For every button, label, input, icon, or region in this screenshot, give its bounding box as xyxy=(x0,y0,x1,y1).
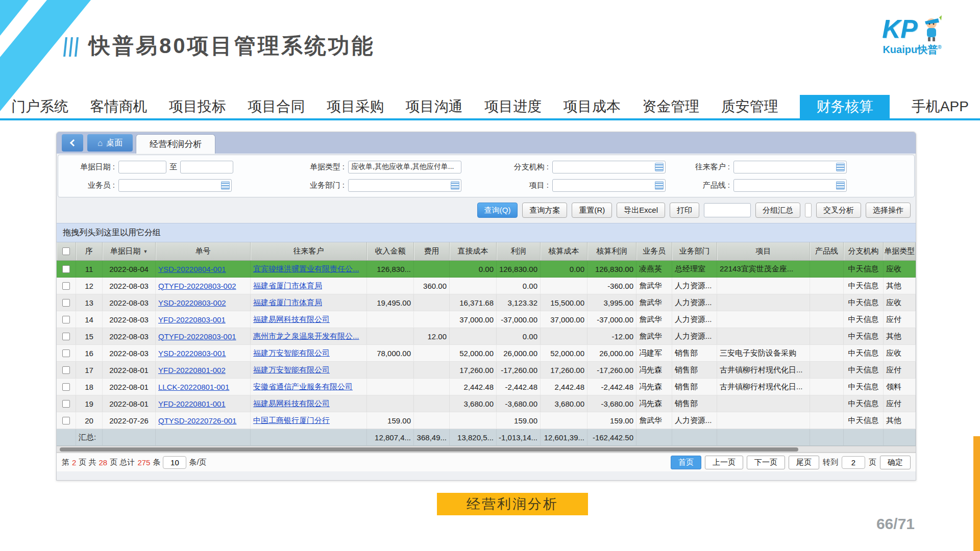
back-button[interactable] xyxy=(62,134,83,152)
nav-item-1[interactable]: 门户系统 xyxy=(11,97,68,116)
list-lookup-icon[interactable] xyxy=(221,181,230,190)
customer-link[interactable]: 安徽省通信产业服务有限公司 xyxy=(253,382,353,392)
row-checkbox[interactable] xyxy=(62,333,70,340)
table-row-18[interactable]: 182022-08-01LLCK-20220801-001安徽省通信产业服务有限… xyxy=(57,379,916,395)
customer-link[interactable]: 福建易网科技有限公司 xyxy=(253,399,330,409)
table-row-20[interactable]: 202022-07-26QTYSD-20220726-001中国工商银行厦门分行… xyxy=(57,412,916,429)
table-row-14[interactable]: 142022-08-03YFD-20220803-001福建易网科技有限公司37… xyxy=(57,311,916,328)
col-header-fee[interactable]: 费用 xyxy=(414,242,450,260)
nav-item-12[interactable]: 手机APP xyxy=(912,97,969,116)
nav-item-4[interactable]: 项目合同 xyxy=(248,97,305,116)
col-header-acct_cost[interactable]: 核算成本 xyxy=(541,242,587,260)
filter-doc-date-from-input[interactable] xyxy=(118,161,166,173)
customer-link[interactable]: 中国工商银行厦门分行 xyxy=(253,416,330,425)
select-all-checkbox[interactable] xyxy=(62,247,70,255)
docno-link[interactable]: YFD-20220801-002 xyxy=(158,366,226,374)
page-next-button[interactable]: 下一页 xyxy=(747,456,785,469)
col-header-income[interactable]: 收入金额 xyxy=(367,242,414,260)
horizontal-scrollbar[interactable] xyxy=(57,446,916,453)
row-checkbox[interactable] xyxy=(62,383,70,391)
confirm-button[interactable]: 确定 xyxy=(880,456,911,469)
nav-item-6[interactable]: 项目沟通 xyxy=(406,97,463,116)
page-prev-button[interactable]: 上一页 xyxy=(705,456,743,469)
table-row-15[interactable]: 152022-08-03QTYFD-20220803-001惠州市龙之泉温泉开发… xyxy=(57,328,916,345)
filter-customer-input[interactable] xyxy=(733,161,847,173)
list-lookup-icon[interactable] xyxy=(451,181,459,190)
nav-item-3[interactable]: 项目投标 xyxy=(169,97,226,116)
toolbar-blank-input[interactable] xyxy=(704,203,751,217)
nav-item-7[interactable]: 项目进度 xyxy=(484,97,542,116)
list-lookup-icon[interactable] xyxy=(655,163,664,171)
query-button[interactable]: 查询(Q) xyxy=(477,203,518,218)
select-action-button[interactable]: 选择操作 xyxy=(866,203,911,218)
customer-link[interactable]: 惠州市龙之泉温泉开发有限公... xyxy=(253,332,359,341)
docno-link[interactable]: QTYFD-20220803-002 xyxy=(158,282,236,290)
filter-salesman-input[interactable] xyxy=(118,179,232,192)
per-page-input[interactable] xyxy=(163,456,186,469)
customer-link[interactable]: 福建省厦门市体育局 xyxy=(253,298,322,308)
col-header-project[interactable]: 项目 xyxy=(717,242,810,260)
col-header-direct_cost[interactable]: 直接成本 xyxy=(450,242,497,260)
table-row-11[interactable]: 112022-08-04YSD-20220804-001宜宾骏继洪骥置业有限责任… xyxy=(57,261,916,278)
row-checkbox[interactable] xyxy=(62,316,70,323)
col-header-product_line[interactable]: 产品线 xyxy=(810,242,844,260)
group-drop-zone[interactable]: 拖拽列头到这里以用它分组 xyxy=(57,223,916,242)
docno-link[interactable]: YSD-20220804-001 xyxy=(158,265,226,273)
table-row-17[interactable]: 172022-08-01YFD-20220801-002福建万安智能有限公司17… xyxy=(57,362,916,379)
goto-page-input[interactable] xyxy=(842,456,865,469)
filter-doc-date-to-input[interactable] xyxy=(180,161,233,173)
cross-analysis-button[interactable]: 交叉分析 xyxy=(816,203,861,218)
customer-link[interactable]: 福建易网科技有限公司 xyxy=(253,315,330,324)
docno-link[interactable]: YFD-20220803-001 xyxy=(158,315,226,324)
col-header-doc_type[interactable]: 单据类型 xyxy=(884,242,916,260)
col-header-check[interactable] xyxy=(57,242,76,260)
list-lookup-icon[interactable] xyxy=(836,163,845,171)
table-row-19[interactable]: 192022-08-01YFD-20220801-001福建易网科技有限公司3,… xyxy=(57,395,916,412)
nav-item-11[interactable]: 财务核算 xyxy=(800,95,890,118)
page-first-button[interactable]: 首页 xyxy=(671,456,701,469)
table-row-12[interactable]: 122022-08-03QTYFD-20220803-002福建省厦门市体育局3… xyxy=(57,278,916,294)
col-header-acct_profit[interactable]: 核算利润 xyxy=(587,242,636,260)
table-row-13[interactable]: 132022-08-03YSD-20220803-002福建省厦门市体育局19,… xyxy=(57,294,916,311)
nav-item-10[interactable]: 质安管理 xyxy=(721,97,778,116)
row-checkbox[interactable] xyxy=(62,282,70,290)
page-last-button[interactable]: 尾页 xyxy=(789,456,819,469)
filter-product-line-input[interactable] xyxy=(733,179,847,192)
row-checkbox[interactable] xyxy=(62,366,70,374)
list-lookup-icon[interactable] xyxy=(655,181,664,190)
nav-item-9[interactable]: 资金管理 xyxy=(642,97,699,116)
reset-button[interactable]: 重置(R) xyxy=(572,203,612,218)
filter-dept-input[interactable] xyxy=(348,179,461,192)
nav-item-2[interactable]: 客情商机 xyxy=(90,97,148,116)
docno-link[interactable]: QTYSD-20220726-001 xyxy=(158,416,236,425)
col-header-dept[interactable]: 业务部门 xyxy=(672,242,717,260)
customer-link[interactable]: 宜宾骏继洪骥置业有限责任公... xyxy=(253,264,359,274)
print-button[interactable]: 打印 xyxy=(670,203,699,218)
tab-profit-analysis[interactable]: 经营利润分析 xyxy=(136,134,215,154)
docno-link[interactable]: LLCK-20220801-001 xyxy=(158,383,229,391)
group-summary-button[interactable]: 分组汇总 xyxy=(755,203,800,218)
row-checkbox[interactable] xyxy=(62,417,70,424)
query-plan-button[interactable]: 查询方案 xyxy=(522,203,567,218)
scrollbar-thumb[interactable] xyxy=(60,447,798,452)
customer-link[interactable]: 福建省厦门市体育局 xyxy=(253,281,322,291)
docno-link[interactable]: YFD-20220801-001 xyxy=(158,399,226,408)
export-excel-button[interactable]: 导出Excel xyxy=(617,203,665,218)
nav-item-5[interactable]: 项目采购 xyxy=(327,97,384,116)
docno-link[interactable]: YSD-20220803-002 xyxy=(158,298,226,307)
customer-link[interactable]: 福建万安智能有限公司 xyxy=(253,365,330,375)
col-header-customer[interactable]: 往来客户 xyxy=(251,242,367,260)
docno-link[interactable]: YSD-20220803-001 xyxy=(158,349,226,358)
customer-link[interactable]: 福建万安智能有限公司 xyxy=(253,348,330,358)
col-header-seq[interactable]: 序 xyxy=(76,242,103,260)
docno-link[interactable]: QTYFD-20220803-001 xyxy=(158,332,236,341)
col-header-docno[interactable]: 单号 xyxy=(156,242,251,260)
filter-doc-type-input[interactable] xyxy=(348,161,461,173)
col-header-branch[interactable]: 分支机构 xyxy=(844,242,884,260)
filter-project-input[interactable] xyxy=(552,179,666,192)
col-header-date[interactable]: 单据日期▼ xyxy=(103,242,156,260)
col-header-salesman[interactable]: 业务员 xyxy=(636,242,672,260)
row-checkbox[interactable] xyxy=(62,349,70,357)
row-checkbox[interactable] xyxy=(62,265,70,273)
col-header-profit[interactable]: 利润 xyxy=(497,242,541,260)
